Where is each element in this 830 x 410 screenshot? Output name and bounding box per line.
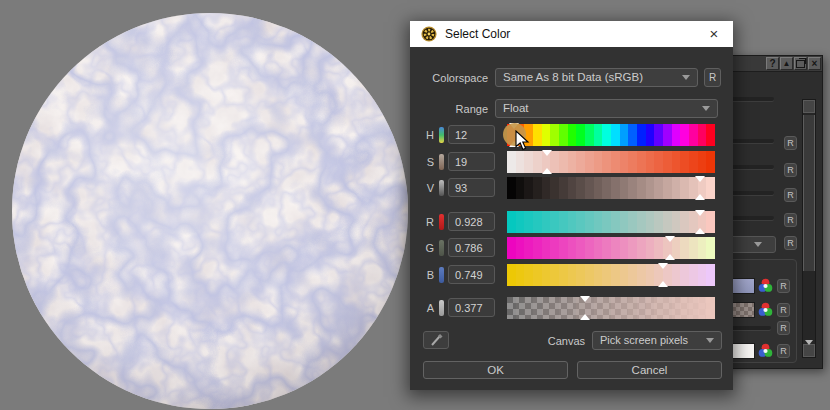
slider-segment[interactable] — [654, 151, 663, 173]
slider-segment[interactable] — [628, 297, 637, 319]
slider-marker-top[interactable] — [695, 176, 705, 182]
slider-segment[interactable] — [646, 211, 655, 233]
slider-segment[interactable] — [568, 124, 577, 146]
slider-track-v[interactable] — [507, 177, 715, 199]
slider-segment[interactable] — [611, 151, 620, 173]
slider-segment[interactable] — [594, 211, 603, 233]
slider-segment[interactable] — [533, 151, 542, 173]
slider-marker-top[interactable] — [580, 296, 590, 302]
range-dropdown[interactable]: Float — [495, 99, 718, 118]
slider-segment[interactable] — [680, 297, 689, 319]
slider-input-r[interactable] — [448, 212, 495, 231]
slider-segment[interactable] — [602, 124, 611, 146]
reset-button[interactable]: R — [777, 321, 790, 335]
slider-input-a[interactable] — [448, 298, 495, 317]
slider-segment[interactable] — [559, 237, 568, 259]
slider-segment[interactable] — [611, 211, 620, 233]
slider-segment[interactable] — [680, 237, 689, 259]
canvas-dropdown[interactable]: Pick screen pixels — [592, 331, 722, 350]
slider-segment[interactable] — [698, 124, 707, 146]
slider-segment[interactable] — [706, 211, 715, 233]
slider-segment[interactable] — [654, 237, 663, 259]
slider-segment[interactable] — [585, 237, 594, 259]
scroll-up-icon[interactable] — [803, 100, 815, 113]
slider-marker-top[interactable] — [542, 150, 552, 156]
slider-segment[interactable] — [663, 177, 672, 199]
slider-segment[interactable] — [637, 264, 646, 286]
slider-segment[interactable] — [559, 177, 568, 199]
slider-segment[interactable] — [689, 237, 698, 259]
slider-segment[interactable] — [620, 237, 629, 259]
slider-segment[interactable] — [637, 211, 646, 233]
slider-segment[interactable] — [524, 297, 533, 319]
reset-button[interactable]: R — [777, 303, 790, 317]
slider-segment[interactable] — [698, 264, 707, 286]
help-icon[interactable]: ? — [766, 57, 779, 70]
reset-button[interactable]: R — [784, 213, 797, 227]
slider-segment[interactable] — [542, 177, 551, 199]
rgb-picker-icon[interactable] — [758, 278, 773, 293]
slider-segment[interactable] — [533, 211, 542, 233]
slider-segment[interactable] — [594, 264, 603, 286]
slider-segment[interactable] — [706, 297, 715, 319]
slider-segment[interactable] — [576, 124, 585, 146]
slider-segment[interactable] — [516, 151, 525, 173]
slider-segment[interactable] — [602, 151, 611, 173]
reset-button[interactable]: R — [784, 163, 797, 177]
rgb-picker-icon[interactable] — [758, 343, 773, 358]
slider-marker-bottom[interactable] — [658, 281, 668, 287]
slider-segment[interactable] — [550, 124, 559, 146]
slider-segment[interactable] — [672, 264, 681, 286]
slider-segment[interactable] — [542, 297, 551, 319]
dialog-titlebar[interactable]: Select Color × — [410, 21, 733, 47]
slider-segment[interactable] — [680, 151, 689, 173]
slider-segment[interactable] — [516, 264, 525, 286]
slider-segment[interactable] — [611, 237, 620, 259]
slider-input-h[interactable] — [448, 125, 495, 144]
slider-segment[interactable] — [568, 237, 577, 259]
slider-segment[interactable] — [524, 237, 533, 259]
slider-segment[interactable] — [602, 211, 611, 233]
slider-segment[interactable] — [706, 237, 715, 259]
slider-segment[interactable] — [628, 151, 637, 173]
slider-segment[interactable] — [637, 237, 646, 259]
slider-segment[interactable] — [611, 124, 620, 146]
slider-track-a[interactable] — [507, 297, 715, 319]
slider-segment[interactable] — [594, 151, 603, 173]
slider-segment[interactable] — [611, 177, 620, 199]
slider-segment[interactable] — [663, 211, 672, 233]
slider-input-g[interactable] — [448, 238, 495, 257]
reset-button[interactable]: R — [784, 188, 797, 202]
slider-segment[interactable] — [698, 297, 707, 319]
slider-segment[interactable] — [594, 297, 603, 319]
slider-segment[interactable] — [663, 297, 672, 319]
slider-segment[interactable] — [706, 151, 715, 173]
slider-segment[interactable] — [550, 297, 559, 319]
reset-button[interactable]: R — [777, 279, 790, 293]
slider-segment[interactable] — [524, 151, 533, 173]
slider-marker-bottom[interactable] — [542, 168, 552, 174]
slider-segment[interactable] — [524, 177, 533, 199]
slider-segment[interactable] — [533, 297, 542, 319]
rgb-picker-icon[interactable] — [758, 302, 773, 317]
slider-track-r[interactable] — [507, 211, 715, 233]
slider-segment[interactable] — [628, 237, 637, 259]
slider-segment[interactable] — [672, 124, 681, 146]
slider-segment[interactable] — [602, 264, 611, 286]
slider-segment[interactable] — [602, 177, 611, 199]
slider-segment[interactable] — [568, 211, 577, 233]
slider-segment[interactable] — [559, 151, 568, 173]
slider-track-g[interactable] — [507, 237, 715, 259]
slider-segment[interactable] — [672, 177, 681, 199]
slider-input-b[interactable] — [448, 265, 495, 284]
slider-segment[interactable] — [533, 264, 542, 286]
slider-segment[interactable] — [689, 297, 698, 319]
slider-segment[interactable] — [628, 177, 637, 199]
slider-segment[interactable] — [637, 151, 646, 173]
reset-button[interactable]: R — [704, 68, 721, 87]
panel-scrollbar[interactable] — [802, 99, 816, 358]
slider-segment[interactable] — [533, 237, 542, 259]
slider-marker-bottom[interactable] — [695, 194, 705, 200]
slider-segment[interactable] — [576, 211, 585, 233]
slider-marker-bottom[interactable] — [695, 228, 705, 234]
